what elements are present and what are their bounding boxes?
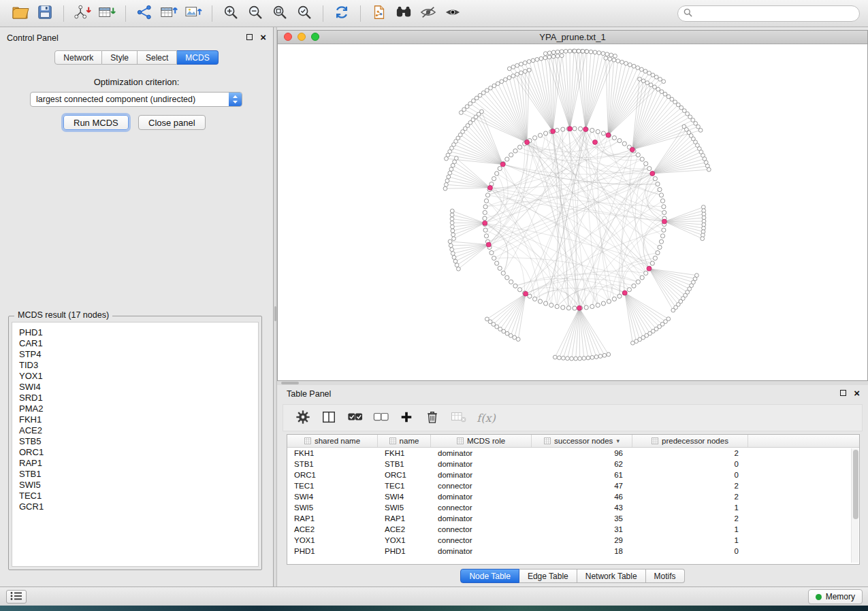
table-row[interactable]: ACE2ACE2connector311 <box>287 524 859 535</box>
mcds-result-item[interactable]: ORC1 <box>19 447 258 458</box>
deselect-all-button[interactable] <box>369 408 392 428</box>
mcds-result-item[interactable]: PHD1 <box>19 327 258 338</box>
refresh-button[interactable] <box>329 3 354 24</box>
export-table-button[interactable] <box>157 3 181 24</box>
search-input[interactable] <box>696 9 854 18</box>
function-builder-button[interactable]: f(x) <box>472 408 496 428</box>
hide-details-button[interactable] <box>416 3 440 24</box>
mcds-result-item[interactable]: GCR1 <box>19 501 258 512</box>
maximize-window-icon[interactable] <box>311 33 319 41</box>
table-row[interactable]: YOX1YOX1connector291 <box>287 535 859 546</box>
export-image-button[interactable] <box>181 3 206 24</box>
close-panel-button[interactable]: Close panel <box>138 115 206 130</box>
tab-select[interactable]: Select <box>138 50 177 65</box>
column-header-mcds-role[interactable]: MCDS role <box>431 435 532 447</box>
float-window-icon[interactable] <box>840 390 846 396</box>
control-panel: Control Panel × Network Style Select MCD… <box>0 27 274 587</box>
scrollbar-thumb[interactable] <box>853 450 858 519</box>
zoom-fit-button[interactable] <box>268 3 292 24</box>
column-header-successor-nodes[interactable]: successor nodes▾ <box>532 435 632 447</box>
select-all-button[interactable] <box>343 408 366 428</box>
tab-edge-table[interactable]: Edge Table <box>519 569 577 583</box>
table-row[interactable]: STB1STB1dominator620 <box>287 459 859 469</box>
zoom-selected-button[interactable] <box>292 3 317 24</box>
delete-column-button[interactable] <box>421 408 444 428</box>
select-all-icon <box>347 410 364 427</box>
mcds-result-item[interactable]: TEC1 <box>19 491 258 501</box>
table-row[interactable]: SWI4SWI4dominator462 <box>287 491 859 502</box>
node-table-header: shared name name MCDS role successor nod… <box>287 435 859 448</box>
control-panel-window-controls: × <box>246 33 266 41</box>
column-header-shared-name[interactable]: shared name <box>287 435 378 447</box>
status-menu-button[interactable] <box>6 590 27 604</box>
table-row[interactable]: SWI5SWI5connector431 <box>287 502 859 513</box>
table-cell: 61 <box>532 469 632 480</box>
tab-node-table[interactable]: Node Table <box>460 569 519 583</box>
table-scrollbar[interactable] <box>851 448 858 563</box>
close-panel-icon[interactable]: × <box>260 33 266 41</box>
mcds-result-item[interactable]: ACE2 <box>19 425 258 436</box>
table-cell: STB1 <box>378 459 431 469</box>
table-row[interactable]: RAP1RAP1dominator352 <box>287 513 859 524</box>
table-settings-button[interactable] <box>291 408 315 428</box>
mcds-result-item[interactable]: TID3 <box>19 360 258 371</box>
table-row[interactable]: TEC1TEC1connector472 <box>287 480 859 491</box>
show-details-button[interactable] <box>440 3 465 24</box>
float-window-icon[interactable] <box>246 34 253 40</box>
mcds-result-item[interactable]: RAP1 <box>19 458 258 469</box>
mcds-result-item[interactable]: STB5 <box>19 436 258 447</box>
table-cell-empty <box>748 524 859 535</box>
mcds-result-item[interactable]: YOX1 <box>19 371 258 382</box>
mcds-result-item[interactable]: STP4 <box>19 349 258 360</box>
mcds-result-item[interactable]: SWI5 <box>19 480 258 491</box>
memory-button[interactable]: Memory <box>808 589 863 604</box>
mcds-result-item[interactable]: STB1 <box>19 469 258 480</box>
import-network-icon <box>73 4 92 22</box>
search-network-button[interactable] <box>391 3 416 24</box>
import-table-button[interactable] <box>95 3 119 24</box>
import-network-button[interactable] <box>70 3 95 24</box>
table-cell: TEC1 <box>287 480 378 491</box>
open-folder-icon <box>11 4 30 22</box>
tab-style[interactable]: Style <box>102 50 138 65</box>
tab-motifs[interactable]: Motifs <box>646 569 685 583</box>
save-button[interactable] <box>33 3 57 24</box>
tab-network[interactable]: Network <box>54 50 102 65</box>
mcds-result-item[interactable]: CAR1 <box>19 338 258 349</box>
table-row[interactable]: FKH1FKH1dominator962 <box>287 448 859 459</box>
table-cell-empty <box>748 448 859 459</box>
mcds-result-item[interactable]: SRD1 <box>19 393 258 403</box>
table-cell: 0 <box>632 469 748 480</box>
mcds-result-item[interactable]: FKH1 <box>19 414 258 425</box>
column-header-predecessor-nodes[interactable]: predecessor nodes <box>632 435 748 447</box>
network-window-title: YPA_prune.txt_1 <box>539 32 605 42</box>
list-icon <box>10 591 22 603</box>
network-window-titlebar[interactable]: YPA_prune.txt_1 <box>278 31 867 44</box>
toolbar-separator <box>212 5 212 22</box>
search-box[interactable] <box>677 5 860 22</box>
mcds-result-list[interactable]: PHD1CAR1STP4TID3YOX1SWI4SRD1PMA2FKH1ACE2… <box>12 322 259 567</box>
add-column-button[interactable] <box>395 408 418 428</box>
show-columns-button[interactable] <box>317 408 340 428</box>
mcds-result-item[interactable]: PMA2 <box>19 403 258 414</box>
close-window-icon[interactable] <box>284 33 292 41</box>
close-panel-icon[interactable]: × <box>854 389 860 397</box>
table-row[interactable]: ORC1ORC1dominator610 <box>287 469 859 480</box>
table-cell: 47 <box>532 480 632 491</box>
run-mcds-button[interactable]: Run MCDS <box>63 115 129 130</box>
export-document-button[interactable] <box>367 3 391 24</box>
zoom-in-button[interactable] <box>219 3 243 24</box>
optimization-criterion-select[interactable]: largest connected component (undirected) <box>30 92 242 107</box>
open-button[interactable] <box>8 3 33 24</box>
tab-mcds[interactable]: MCDS <box>177 50 218 65</box>
column-header-name[interactable]: name <box>378 435 431 447</box>
minimize-window-icon[interactable] <box>298 33 306 41</box>
search-icon <box>684 8 692 19</box>
tab-network-table[interactable]: Network Table <box>577 569 646 583</box>
table-row[interactable]: PHD1PHD1dominator180 <box>287 546 859 557</box>
zoom-out-icon <box>247 4 263 22</box>
zoom-out-button[interactable] <box>243 3 268 24</box>
mcds-result-item[interactable]: SWI4 <box>19 382 258 393</box>
export-network-button[interactable] <box>132 3 157 24</box>
network-canvas[interactable] <box>278 44 867 380</box>
